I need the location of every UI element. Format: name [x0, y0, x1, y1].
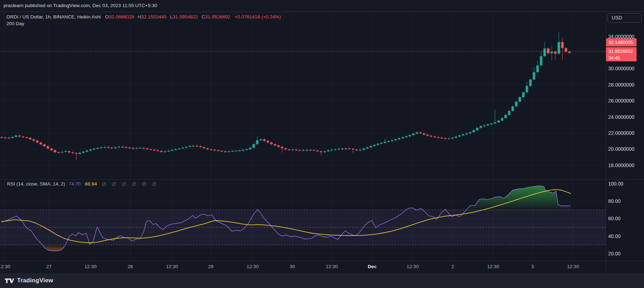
- bar-countdown: 34:45: [609, 55, 637, 61]
- price-badge: 32.1480005: [606, 38, 637, 46]
- price-tick-label: 18.0000000: [608, 162, 642, 168]
- empty-set-icon: ∅: [142, 181, 146, 187]
- empty-set-icon: ∅: [132, 181, 136, 187]
- time-axis-label: 12:30: [407, 264, 419, 270]
- tradingview-wordmark[interactable]: TradingView: [17, 277, 53, 284]
- time-axis-label: Dec: [368, 264, 377, 270]
- tradingview-logo-icon[interactable]: [5, 278, 14, 284]
- symbol-title[interactable]: ORDI / US Dollar, 1h, BINANCE, Heikin As…: [6, 14, 101, 20]
- rsi-tick-label: 20.00: [608, 251, 642, 256]
- high-label: H: [138, 14, 141, 20]
- chart-canvas[interactable]: [0, 0, 644, 288]
- attribution-bar: praslearn published on TradingView.com, …: [0, 0, 644, 12]
- rsi-legend[interactable]: RSI (14, close, SMA, 14, 2) 74.70 88.84 …: [7, 181, 162, 187]
- high-value: 32.1553445: [141, 14, 166, 20]
- rsi-ma-current-value: 88.84: [85, 181, 97, 187]
- indicator-label-200day[interactable]: 200 Day: [6, 21, 24, 27]
- time-axis-label: 12:30: [487, 264, 499, 270]
- time-axis-label: 27: [46, 264, 51, 270]
- rsi-title[interactable]: RSI (14, close, SMA, 14, 2): [7, 181, 65, 187]
- empty-set-icon: ∅: [122, 181, 126, 187]
- time-axis-label: 12:30: [0, 264, 10, 270]
- price-tick-label: 20.0000000: [608, 146, 642, 152]
- price-tick-label: 26.0000000: [608, 98, 642, 104]
- price-tick-label: 28.0000000: [608, 82, 642, 88]
- close-label: C: [202, 14, 205, 20]
- time-axis-label: 2: [451, 264, 454, 270]
- symbol-legend[interactable]: ORDI / US Dollar, 1h, BINANCE, Heikin As…: [6, 14, 281, 20]
- time-axis-label: 12:30: [84, 264, 97, 270]
- time-axis-label: 12:30: [567, 264, 579, 270]
- time-axis-label: 30: [290, 264, 295, 270]
- last-price-countdown-badge: 31.9526692 34:45: [606, 47, 637, 61]
- time-axis-label: 29: [208, 264, 213, 270]
- attribution-text: praslearn published on TradingView.com, …: [4, 0, 157, 11]
- rsi-tick-label: 80.00: [608, 198, 642, 204]
- low-value: 31.5954822: [173, 14, 198, 20]
- rsi-tick-label: 60.00: [608, 216, 642, 221]
- last-price-value: 31.9526692: [609, 48, 637, 55]
- time-axis-label: 12:30: [247, 264, 259, 270]
- price-tick-label: 22.0000000: [608, 130, 642, 136]
- price-tick-label: 30.0000000: [608, 66, 642, 71]
- time-axis-label: 28: [127, 264, 133, 270]
- bottom-bar: TradingView: [0, 273, 644, 288]
- low-label: L: [170, 14, 173, 20]
- time-axis-label: 12:30: [326, 264, 338, 270]
- time-axis-label: 3: [531, 264, 534, 270]
- tradingview-chart-window: praslearn published on TradingView.com, …: [0, 0, 644, 288]
- price-tick-label: 24.0000000: [608, 114, 642, 120]
- empty-set-icon: ∅: [102, 181, 106, 187]
- time-axis-label: 12:30: [166, 264, 178, 270]
- change-value: +0.0761418 (+0.24%): [235, 14, 281, 20]
- open-value: 32.0666028: [109, 14, 134, 20]
- rsi-tick-label: 40.00: [608, 233, 642, 239]
- rsi-empty-value-icons: ∅∅∅∅∅∅: [102, 181, 162, 187]
- rsi-current-value: 74.70: [69, 181, 81, 187]
- close-value: 31.9526692: [205, 14, 230, 20]
- currency-usd-button[interactable]: USD: [607, 13, 642, 23]
- rsi-tick-label: 100.00: [608, 181, 642, 187]
- empty-set-icon: ∅: [152, 181, 156, 187]
- rsi-band: [0, 186, 606, 251]
- open-label: O: [105, 14, 109, 20]
- empty-set-icon: ∅: [112, 181, 116, 187]
